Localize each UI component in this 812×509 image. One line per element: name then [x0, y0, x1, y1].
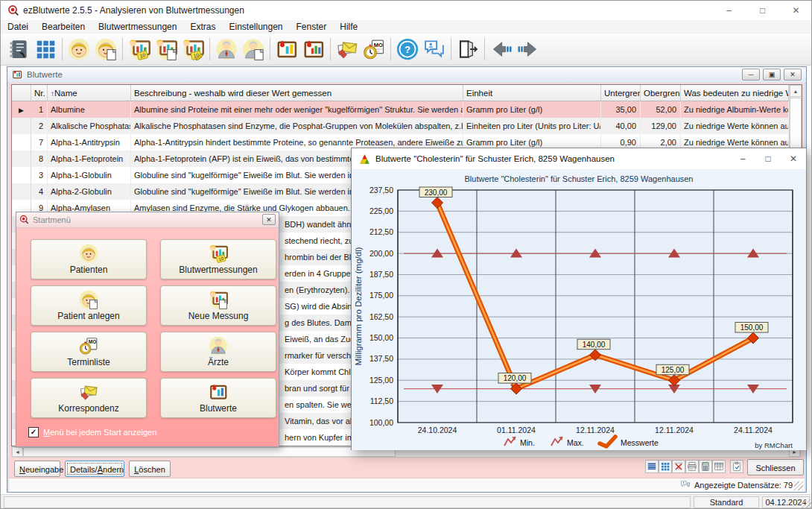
- menu-bearbeiten[interactable]: Bearbeiten: [35, 20, 92, 34]
- table-cell: 3: [31, 167, 48, 183]
- resize-grip[interactable]: [794, 481, 803, 490]
- row-selector[interactable]: ▶: [12, 101, 31, 118]
- app-resize-grip[interactable]: [802, 499, 811, 509]
- measurement-icon: 10: [209, 244, 228, 263]
- scroll-thumb[interactable]: [790, 98, 802, 150]
- minimize-button[interactable]: –: [712, 1, 746, 20]
- startmenu-button-patient[interactable]: Patienten: [31, 239, 147, 279]
- startmenu-button-label: Terminliste: [67, 357, 110, 367]
- neue-messung-icon[interactable]: [153, 36, 180, 63]
- statusbar-profile: Standard: [694, 496, 759, 508]
- loeschen-button[interactable]: Löschen: [129, 461, 171, 477]
- list-view-icon[interactable]: [645, 460, 659, 473]
- child-restore-button[interactable]: ▣: [763, 69, 781, 80]
- toolbar-separator: [62, 38, 63, 60]
- aerzte-icon[interactable]: [213, 36, 240, 63]
- table-row[interactable]: 2Alkalische PhosphataseAlkalische Phosph…: [12, 118, 789, 135]
- table-cell: Gramm pro Liter (g/l): [463, 101, 601, 118]
- hilfe-icon[interactable]: ?: [394, 36, 421, 63]
- row-selector[interactable]: [12, 118, 31, 134]
- patient-new-icon: [79, 290, 98, 309]
- toolbar-separator: [209, 38, 210, 60]
- column-header[interactable]: Untergren: [601, 85, 641, 101]
- patient-anlegen-icon[interactable]: [92, 36, 119, 63]
- table-row[interactable]: ▶1AlbumineAlbumine sind Proteine mit ein…: [12, 101, 789, 118]
- blutwerte-titlebar: Blutwerte ─ ▣ ✕: [7, 67, 806, 83]
- neueingabe-button[interactable]: Neueingabe: [14, 461, 60, 477]
- startmenu-button-doctor[interactable]: Ärzte: [160, 332, 276, 372]
- svg-text:Max.: Max.: [567, 438, 584, 447]
- print-icon[interactable]: [685, 460, 699, 473]
- view-mode-buttons: [645, 460, 743, 475]
- startmenu-close-button[interactable]: ✕: [262, 214, 276, 225]
- chart-minimize-button[interactable]: –: [730, 148, 755, 169]
- statusbar-spacer: [4, 496, 691, 508]
- blutwerte-window-icon: [12, 69, 22, 80]
- grid-view-icon[interactable]: [659, 460, 672, 473]
- row-selector[interactable]: [12, 134, 31, 151]
- clipboard-icon[interactable]: [730, 460, 743, 473]
- startmenu-button-bloodvalues[interactable]: Blutwerte: [160, 378, 276, 418]
- blutwertmessungen-icon[interactable]: 10: [126, 36, 153, 63]
- menu-fenster[interactable]: Fenster: [290, 20, 334, 34]
- terminliste-icon[interactable]: MO: [361, 36, 387, 63]
- startmenu-button-measurement-new[interactable]: Neue Messung: [160, 285, 276, 326]
- row-selector[interactable]: [12, 151, 31, 167]
- korrespondenz-icon[interactable]: [334, 36, 361, 63]
- startmenu-button-measurement[interactable]: 10 Blutwertmessungen: [160, 239, 276, 279]
- menu-datei[interactable]: Datei: [1, 20, 35, 34]
- column-header[interactable]: Obergren: [641, 85, 681, 101]
- schliessen-button[interactable]: Schliessen: [747, 459, 804, 475]
- arzt-anlegen-icon[interactable]: [240, 36, 267, 63]
- menu-extras[interactable]: Extras: [183, 20, 222, 34]
- vorwaerts-icon[interactable]: [515, 36, 542, 63]
- child-close-button[interactable]: ✕: [784, 69, 802, 80]
- menu-hilfe[interactable]: Hilfe: [333, 20, 364, 34]
- child-minimize-button[interactable]: ─: [742, 69, 760, 80]
- row-selector[interactable]: [12, 167, 31, 183]
- hscroll-thumb[interactable]: [23, 447, 396, 457]
- close-button[interactable]: ✕: [779, 1, 812, 20]
- patienten-icon[interactable]: [66, 36, 92, 63]
- filter-icon[interactable]: [672, 460, 685, 473]
- checkbox-label: Menü bei jedem Start anzeigen: [43, 428, 156, 437]
- svg-text:120,00: 120,00: [504, 374, 527, 382]
- blutwerte-liste-icon[interactable]: [300, 36, 327, 63]
- records-count-label: Angezeigte Datensätze: 79: [694, 478, 793, 492]
- column-header[interactable]: [12, 85, 31, 101]
- checkbox-checked[interactable]: ✓: [28, 427, 39, 437]
- menu-blutwertmessungen[interactable]: Blutwertmessungen: [92, 20, 183, 34]
- column-header[interactable]: Beschreibung - weshalb wird dieser Wert …: [131, 85, 463, 101]
- beenden-icon[interactable]: [454, 36, 481, 63]
- chart-maximize-button[interactable]: □: [755, 148, 781, 169]
- phonebook-icon[interactable]: [5, 36, 32, 63]
- scroll-left-button[interactable]: ◄: [12, 447, 23, 457]
- startmenu-button-mail[interactable]: Korrespondenz: [31, 378, 147, 418]
- zurueck-icon[interactable]: [488, 36, 515, 63]
- app-titlebar: ezBlutwerte 2.5.5 - Analysieren von Blut…: [1, 1, 812, 21]
- data-table-icon[interactable]: [712, 460, 726, 473]
- startmenu-dialog: Startmenü ✕ Patienten10 Blutwertmessunge…: [16, 212, 279, 447]
- menu-einstellungen[interactable]: Einstellungen: [222, 20, 289, 34]
- calculator-icon[interactable]: [699, 460, 712, 473]
- toolbar-separator: [122, 38, 123, 60]
- startmenu-button-patient-new[interactable]: Patient anlegen: [31, 285, 147, 326]
- details-aendern-button[interactable]: Details/Ändern: [65, 461, 124, 477]
- start-grid-icon[interactable]: [32, 36, 59, 63]
- screen: { "app": { "title": "ezBlutwerte 2.5.5 -…: [0, 0, 812, 509]
- column-header[interactable]: Nr.: [31, 85, 48, 101]
- column-header[interactable]: Was bedeuten zu niedrige W: [681, 85, 789, 101]
- column-header[interactable]: Einheit: [463, 85, 601, 101]
- feedback-icon[interactable]: [421, 36, 448, 63]
- maximize-button[interactable]: □: [746, 1, 779, 20]
- table-cell: Albumine sind Proteine mit einer mehr od…: [131, 101, 463, 118]
- chart-close-button[interactable]: ✕: [781, 148, 806, 169]
- messung-aendern-icon[interactable]: 10: [180, 36, 206, 63]
- chart-titlebar: Blutwerte "Cholesterin" für Schuster Eri…: [352, 148, 806, 170]
- blutwerte-eingabe-icon[interactable]: [273, 36, 300, 63]
- table-cell: 4: [31, 183, 48, 200]
- scroll-up-button[interactable]: ▲: [790, 85, 802, 97]
- column-header[interactable]: ↑Name: [48, 85, 131, 101]
- startmenu-button-schedule[interactable]: MO Terminliste: [31, 332, 147, 372]
- row-selector[interactable]: [12, 183, 31, 200]
